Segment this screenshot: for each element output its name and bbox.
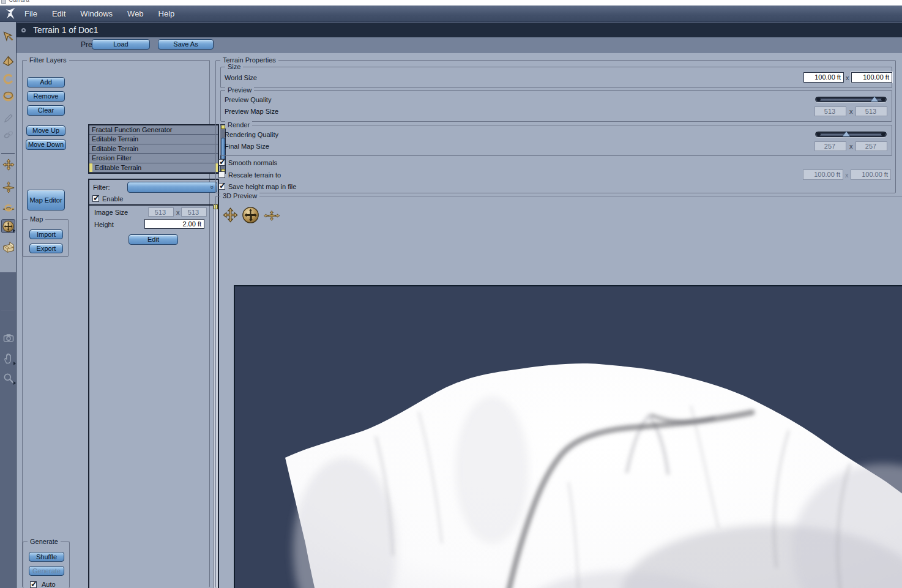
size-x-separator: x [845,171,849,179]
main-panel: Filter Layers Add Remove Clear Move Up M… [17,53,902,588]
preview-3d-title: 3D Preview [220,192,259,199]
filter-type-value [128,185,132,192]
pan-tool-icon[interactable] [1,158,15,172]
hand-tool-icon[interactable] [1,351,15,365]
preview-group-title: Preview [225,86,254,94]
auto-generate-label: Auto [42,581,56,588]
edit-filter-button[interactable]: Edit [129,234,178,245]
filter-layer-list: Fractal Function Generator Editable Terr… [88,124,219,174]
zoom-tool-icon[interactable] [1,371,15,385]
layer-list-item[interactable]: Editable Terrain [89,144,218,154]
move-down-button[interactable]: Move Down [26,140,66,150]
title-bullet-icon [21,28,26,32]
render-group-title: Render [225,121,252,128]
layer-list-item-selected[interactable]: Editable Terrain [89,163,218,173]
document-title-bar: Terrain 1 of Doc1 [17,22,902,37]
page-title: Terrain 1 of Doc1 [33,25,99,35]
preset-row: Preset: Load Save As [17,37,902,53]
toolbar-divider [1,153,15,154]
render-group: Render Rendering Quality Final Map Size … [220,125,892,156]
world-height-field[interactable]: 100.00 ft [851,72,892,83]
tool-palette-lower [0,272,16,588]
select-tool-icon[interactable] [1,29,15,43]
panel-separator [89,204,218,206]
preview-map-height-field: 513 [855,106,887,116]
preview-quality-label: Preview Quality [225,96,271,103]
layer-list-item[interactable]: Erosion Filter [89,154,218,163]
menu-web[interactable]: Web [127,9,144,18]
preview-quality-slider[interactable] [815,97,887,102]
save-height-map-checkbox[interactable] [218,183,225,190]
size-x-separator: x [846,74,849,81]
size-group-title: Size [225,63,243,70]
terrain-3d-viewport[interactable]: z [234,285,902,588]
slider-thumb[interactable] [871,97,878,102]
pan-flat-icon[interactable] [263,210,280,221]
trackball-3d-icon[interactable] [242,206,259,224]
menu-windows[interactable]: Windows [80,9,113,18]
map-group-title: Map [28,215,45,223]
add-layer-button[interactable]: Add [27,77,65,87]
size-x-separator: x [176,209,180,216]
load-preset-button[interactable]: Load [92,39,150,50]
pan-plane-tool-icon[interactable] [1,180,15,194]
move-up-button[interactable]: Move Up [26,125,65,136]
preview-group: Preview Preview Quality Preview Map Size… [220,90,892,122]
map-group: Map Import Export [23,219,69,257]
remove-layer-button[interactable]: Remove [27,91,65,102]
terrain-editor-window: Carrara File Edit Windows Web Help Terra… [0,0,902,588]
rendering-quality-slider[interactable] [815,132,887,137]
menu-bar: File Edit Windows Web Help [0,6,902,22]
ring-tool-icon[interactable] [1,89,15,103]
pan-3d-icon[interactable] [222,207,239,224]
filter-enable-checkbox[interactable] [92,195,99,202]
world-size-label: World Size [225,74,257,81]
preview-map-width-field: 513 [814,106,846,116]
pencil-tool-icon[interactable] [1,111,15,125]
menu-help[interactable]: Help [158,9,175,18]
filter-type-dropdown[interactable]: » [127,182,217,193]
rescale-terrain-checkbox[interactable] [218,171,225,178]
rotate-tool-icon[interactable] [1,72,15,86]
flyout-arrow-icon [13,381,16,385]
link-tool-icon[interactable] [1,127,15,141]
layer-list-item[interactable]: Editable Terrain [89,135,218,144]
terrain-properties-group: Terrain Properties Size World Size 100.0… [215,60,896,193]
tool-palette [0,22,17,588]
rescale-width-field: 100.00 ft [803,169,843,180]
app-window-strip: Carrara [0,0,902,6]
flyout-arrow-icon [13,362,16,365]
filter-label: Filter: [93,184,110,191]
terrain-map-tool-icon[interactable] [1,240,15,254]
final-map-size-label: Final Map Size [225,143,269,150]
rescale-height-field: 100.00 ft [851,169,891,180]
size-x-separator: x [849,143,853,150]
auto-generate-checkbox[interactable] [30,581,37,588]
height-value-field[interactable]: 2.00 ft [144,219,204,229]
rendering-quality-label: Rendering Quality [225,131,278,138]
save-as-preset-button[interactable]: Save As [158,39,214,50]
rescale-terrain-label: Rescale terrain to [228,171,281,179]
layer-list-item[interactable]: Fractal Function Generator [89,125,218,135]
size-x-separator: x [849,108,853,115]
generate-group: Generate Shuffle Generate Auto [23,541,70,588]
trackball-tool-icon[interactable] [1,219,15,233]
map-export-button[interactable]: Export [29,244,63,253]
camera-tool-icon[interactable] [1,330,15,344]
clear-layers-button[interactable]: Clear [27,105,65,116]
slider-thumb[interactable] [843,132,850,136]
world-width-field[interactable]: 100.00 ft [803,72,844,83]
wedge-tool-icon[interactable] [1,54,15,68]
menu-file[interactable]: File [24,9,37,18]
smooth-normals-checkbox[interactable] [218,159,225,166]
flyout-arrow-icon [13,229,15,233]
image-size-label: Image Size [94,209,128,216]
app-title: Carrara [9,0,29,3]
menu-edit[interactable]: Edit [52,9,65,18]
generate-group-title: Generate [28,538,61,545]
rotate-plane-tool-icon[interactable] [1,201,15,215]
map-import-button[interactable]: Import [29,229,63,239]
terrain-render [235,286,902,588]
map-editor-button[interactable]: Map Editor [27,190,65,210]
shuffle-button[interactable]: Shuffle [29,552,64,562]
